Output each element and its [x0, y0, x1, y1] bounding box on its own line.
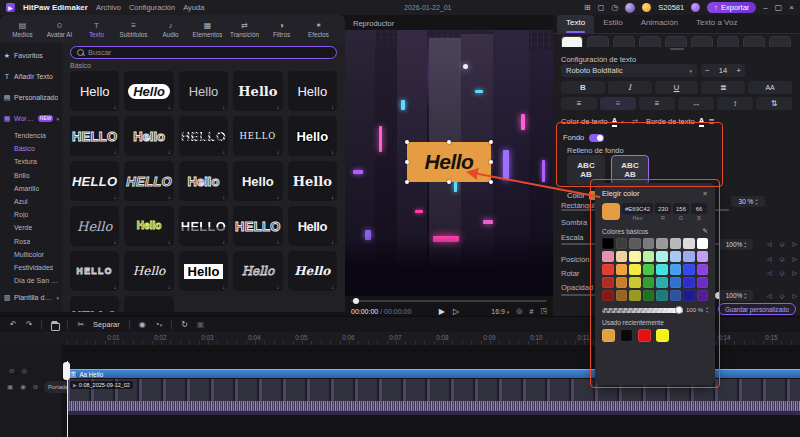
- sidebar-item[interactable]: Textura: [0, 155, 62, 168]
- wordart-tile[interactable]: Hello ↓: [288, 116, 337, 156]
- wordart-tile[interactable]: HELLO ↓: [179, 206, 228, 246]
- undo-icon[interactable]: ↶: [10, 320, 17, 329]
- selection-handle[interactable]: [405, 180, 409, 184]
- track-record-icon[interactable]: ◉: [20, 383, 26, 391]
- sidebar-item[interactable]: T Añadir Texto: [0, 66, 62, 87]
- color-swatch[interactable]: [602, 290, 614, 301]
- maximize-button[interactable]: ▢: [775, 3, 783, 12]
- ribbon-tab[interactable]: ⇄ Transición: [226, 21, 263, 38]
- color-swatch[interactable]: [602, 251, 614, 262]
- wordart-tile[interactable]: HELLO ↓: [70, 251, 119, 291]
- minimize-button[interactable]: –: [763, 3, 767, 12]
- wordart-tile[interactable]: HELLO ↓: [233, 116, 282, 156]
- color-swatch[interactable]: [656, 264, 668, 275]
- wordart-tile[interactable]: Hello ↓: [179, 71, 228, 111]
- collapse-handle[interactable]: [670, 48, 684, 50]
- align-center-button[interactable]: ≡: [600, 97, 636, 110]
- list-style-button[interactable]: ≣: [701, 81, 745, 94]
- color-swatch[interactable]: [683, 238, 695, 249]
- wordart-tile[interactable]: Hello ↓: [124, 116, 173, 156]
- color-swatch[interactable]: [616, 264, 628, 275]
- slider-handle[interactable]: [675, 306, 683, 314]
- snapshot-icon[interactable]: ◎: [516, 307, 522, 315]
- selection-handle[interactable]: [489, 180, 493, 184]
- sidebar-item[interactable]: Rosa: [0, 235, 62, 248]
- wordart-tile[interactable]: Hello ↓: [124, 251, 173, 291]
- color-swatch[interactable]: [670, 251, 682, 262]
- color-swatch[interactable]: [616, 277, 628, 288]
- sidebar-item[interactable]: Rojo: [0, 208, 62, 221]
- ribbon-tab[interactable]: ▤ Medios: [4, 21, 41, 38]
- recent-color-swatch[interactable]: [638, 329, 651, 342]
- inspector-tab[interactable]: Estilo: [594, 15, 632, 33]
- scale-value[interactable]: 100%▴▾: [719, 239, 753, 250]
- sidebar-item[interactable]: Multicolor: [0, 248, 62, 261]
- recent-color-swatch[interactable]: [602, 329, 615, 342]
- sidebar-item[interactable]: Básico: [0, 142, 62, 155]
- color-swatch[interactable]: [683, 290, 695, 301]
- wordart-tile[interactable]: Hello ↓: [70, 71, 119, 111]
- wordart-tile[interactable]: Hello ↓: [233, 251, 282, 291]
- opacity-value[interactable]: 100%▴▾: [719, 290, 753, 301]
- vertical-spacing-button[interactable]: ⇅: [756, 97, 792, 110]
- wordart-tile[interactable]: Hello ↓: [124, 296, 173, 312]
- feedback-icon[interactable]: ◻: [598, 3, 605, 12]
- color-swatch[interactable]: [643, 264, 655, 275]
- search-input[interactable]: Buscar: [70, 46, 337, 59]
- wordart-tile[interactable]: Hello ↓: [70, 206, 119, 246]
- timer-icon[interactable]: ◔▾: [155, 320, 162, 329]
- video-frame[interactable]: Hello: [345, 30, 553, 296]
- fill-style-option-selected[interactable]: ABC AB: [611, 155, 649, 185]
- refresh-icon[interactable]: ↻: [181, 320, 188, 329]
- font-size-stepper[interactable]: − 14 +: [701, 64, 745, 77]
- wordart-tile[interactable]: HELLO ↓: [179, 116, 228, 156]
- save-custom-button[interactable]: Guardar personalizado: [718, 303, 796, 315]
- delete-icon[interactable]: [51, 321, 58, 329]
- seek-bar[interactable]: [351, 300, 547, 302]
- color-swatch[interactable]: [643, 238, 655, 249]
- redo-icon[interactable]: ↷: [26, 320, 33, 329]
- selection-handle[interactable]: [405, 140, 409, 144]
- avatar[interactable]: [625, 3, 635, 13]
- style-preset[interactable]: [691, 36, 713, 47]
- color-swatch[interactable]: [656, 277, 668, 288]
- position-keyframe-controls[interactable]: ◁◇▷: [767, 255, 797, 262]
- underline-button[interactable]: U: [655, 81, 699, 94]
- color-swatch[interactable]: [697, 290, 709, 301]
- color-swatch[interactable]: [629, 290, 641, 301]
- color-swatch[interactable]: [656, 290, 668, 301]
- track-preview-icon[interactable]: ◎: [21, 367, 27, 375]
- color-swatch[interactable]: [697, 264, 709, 275]
- ribbon-tab[interactable]: ▦ Elementos: [189, 21, 226, 38]
- sidebar-item[interactable]: ▤ Personalizado: [0, 87, 62, 108]
- r-input[interactable]: 230: [655, 203, 671, 214]
- split-label[interactable]: Separar: [93, 320, 120, 329]
- background-toggle[interactable]: [589, 134, 604, 142]
- menu-configuracion[interactable]: Configuración: [129, 3, 175, 12]
- wordart-tile[interactable]: Hello ↓: [288, 206, 337, 246]
- sidebar-item[interactable]: Azul: [0, 195, 62, 208]
- sidebar-item[interactable]: ▦ WordArt NEW ▾: [0, 108, 62, 129]
- style-preset[interactable]: [665, 36, 687, 47]
- wordart-tile[interactable]: HELLO ↓: [233, 206, 282, 246]
- style-preset[interactable]: [613, 36, 635, 47]
- wordart-tile[interactable]: Hello ↓: [124, 71, 173, 111]
- selection-handle[interactable]: [489, 140, 493, 144]
- font-select[interactable]: Roboto BoldItalic ▾: [561, 64, 697, 77]
- stepper-icons[interactable]: ▴▾: [706, 306, 708, 314]
- fill-style-option[interactable]: ABC AB: [567, 155, 605, 185]
- record-icon[interactable]: ◉: [139, 320, 146, 329]
- opacity-keyframe-controls[interactable]: ◁◇▷: [767, 292, 797, 299]
- color-swatch[interactable]: [629, 277, 641, 288]
- border-style-icon[interactable]: ≣: [708, 117, 714, 126]
- sidebar-item[interactable]: ★ Favoritos: [0, 45, 62, 66]
- split-icon[interactable]: ✂: [77, 320, 84, 329]
- aspect-ratio-select[interactable]: 16:9 ▾: [491, 308, 509, 315]
- rotate-keyframe-controls[interactable]: ◁◇▷: [767, 269, 797, 276]
- wordart-tile[interactable]: HELLO ↓: [70, 296, 119, 312]
- recent-color-swatch[interactable]: [620, 329, 633, 342]
- menu-ayuda[interactable]: Ayuda: [183, 3, 204, 12]
- eyedropper-icon[interactable]: ✎: [703, 227, 708, 235]
- color-swatch[interactable]: [656, 238, 668, 249]
- wordart-tile[interactable]: Hello ↓: [179, 251, 228, 291]
